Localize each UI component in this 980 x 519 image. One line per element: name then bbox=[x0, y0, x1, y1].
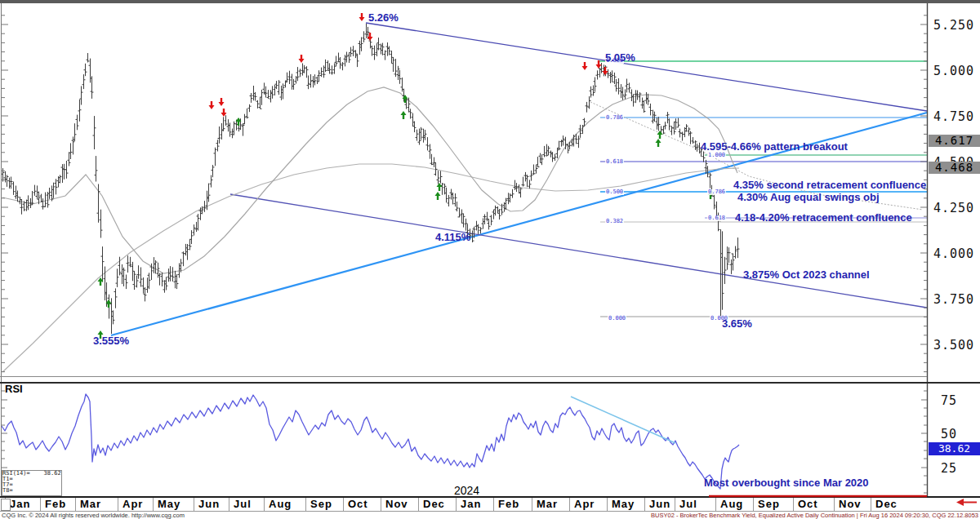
chart-annotation: 4.30% Aug equal swings obj bbox=[737, 191, 880, 203]
time-axis-month-separator bbox=[75, 498, 76, 511]
time-axis-month-label: Jan bbox=[10, 498, 30, 510]
time-axis-month-label: Dec bbox=[423, 498, 445, 510]
chart-annotation: 4.35% second retracement confluence bbox=[733, 179, 926, 191]
price-alert-badge: 4.468 bbox=[929, 162, 980, 174]
time-axis-month-label: Apr bbox=[122, 498, 143, 510]
time-axis-month-label: Feb bbox=[45, 498, 66, 510]
rsi-axis-label: 50 bbox=[941, 427, 957, 441]
time-axis-month-separator bbox=[153, 498, 154, 511]
chart-canvas[interactable] bbox=[0, 0, 980, 519]
time-axis-month-label: Mar bbox=[80, 498, 101, 510]
price-axis-label: 5.000 bbox=[933, 64, 978, 78]
time-axis-month-label: Nov bbox=[385, 498, 408, 510]
status-bar: CQG Inc. © 2024 All rights reserved worl… bbox=[0, 512, 980, 519]
time-axis-month-label: Jan bbox=[461, 498, 481, 510]
cqg-chart-window: 5.26%5.05%4.595-4.66% pattern breakout4.… bbox=[0, 0, 980, 519]
time-axis-month-label: Jun bbox=[649, 498, 670, 510]
time-axis-month-separator bbox=[40, 498, 41, 511]
time-axis-month-separator bbox=[753, 498, 754, 511]
fib-level-label: 0.000 bbox=[608, 316, 626, 322]
time-axis-month-label: Dec bbox=[875, 498, 898, 510]
time-axis-month-label: May bbox=[612, 498, 635, 510]
chart-annotation: 5.26% bbox=[368, 11, 399, 24]
time-axis-month-label: Nov bbox=[839, 498, 862, 510]
time-axis-month-separator bbox=[834, 498, 835, 511]
time-axis-month-separator bbox=[305, 498, 306, 511]
chart-annotation: 4.595-4.66% pattern breakout bbox=[701, 140, 848, 153]
fib-level-label: 0.786 bbox=[707, 189, 726, 195]
chart-annotation: 3.875% Oct 2023 channel bbox=[743, 268, 870, 281]
time-axis-month-separator bbox=[715, 498, 716, 511]
time-axis-month-separator bbox=[532, 498, 532, 511]
fib-level-label: 0.618 bbox=[605, 159, 624, 165]
time-axis-month-separator bbox=[675, 498, 675, 511]
time-axis-month-separator bbox=[381, 498, 381, 511]
time-axis-month-label: Oct bbox=[348, 498, 368, 510]
fib-level-label: 0.618 bbox=[707, 215, 726, 221]
time-axis-month-label: Feb bbox=[498, 498, 519, 510]
time-axis-month-separator bbox=[607, 498, 608, 511]
time-axis-month-separator bbox=[644, 498, 645, 511]
time-axis-month-separator bbox=[493, 498, 494, 511]
chart-annotation: 5.05% bbox=[605, 51, 635, 64]
rsi-last-value-badge: 38.62 bbox=[929, 442, 980, 455]
chart-annotation: Most overbought since Mar 2020 bbox=[704, 477, 869, 489]
time-axis-checkbox[interactable] bbox=[1, 499, 11, 511]
time-axis-month-separator bbox=[118, 498, 118, 511]
time-axis-month-label: Apr bbox=[574, 498, 595, 510]
fib-level-label: 0.786 bbox=[605, 115, 624, 121]
time-axis-month-label: Jul bbox=[679, 498, 697, 510]
rsi-legend-line: T8= bbox=[2, 488, 61, 494]
time-axis-month-separator bbox=[343, 498, 344, 511]
rsi-axis-label: 75 bbox=[941, 393, 957, 408]
rsi-panel-title: RSI bbox=[5, 383, 23, 395]
rsi-legend-box: RSI(14)= 38.62 T1= T7= T8= bbox=[2, 470, 62, 496]
time-axis-month-label: Mar bbox=[537, 498, 558, 510]
status-symbol-info: BUSY02 - BrokerTec Benchmark Yield, Equa… bbox=[651, 512, 978, 519]
price-axis-label: 3.750 bbox=[933, 292, 978, 307]
chart-annotation: 3.555% bbox=[93, 335, 129, 347]
chart-annotation: 4.18-4.20% retracement confluence bbox=[735, 211, 912, 224]
time-axis-month-label: Aug bbox=[720, 498, 743, 510]
chart-annotation: 4.115% bbox=[435, 231, 470, 243]
status-copyright: CQG Inc. © 2024 All rights reserved worl… bbox=[2, 512, 185, 519]
chart-annotation: 3.65% bbox=[722, 317, 752, 330]
price-axis-label: 4.250 bbox=[933, 201, 978, 215]
time-axis-month-label: Jun bbox=[198, 498, 220, 510]
time-axis-month-separator bbox=[229, 498, 229, 511]
price-axis-label: 5.250 bbox=[933, 18, 978, 33]
time-axis-month-label: May bbox=[158, 498, 180, 510]
fib-level-label: 1.000 bbox=[707, 153, 726, 158]
time-axis-month-label: Aug bbox=[269, 498, 292, 510]
price-axis-label: 4.000 bbox=[933, 246, 978, 261]
time-axis-month-separator bbox=[418, 498, 419, 511]
time-axis-month-separator bbox=[871, 498, 871, 511]
time-axis-month-separator bbox=[194, 498, 194, 511]
time-axis-month-separator bbox=[793, 498, 794, 511]
time-axis-month-label: Oct bbox=[798, 498, 818, 510]
time-axis-month-label: Jul bbox=[234, 498, 252, 510]
time-axis-month-separator bbox=[456, 498, 457, 511]
fib-level-label: 0.382 bbox=[605, 219, 624, 224]
time-axis-month-separator bbox=[569, 498, 570, 511]
price-axis-label: 4.750 bbox=[933, 109, 978, 124]
time-axis-month-separator bbox=[264, 498, 265, 511]
time-axis-month-label: Sep bbox=[758, 498, 780, 510]
time-axis-month-label: Sep bbox=[310, 498, 332, 510]
fib-level-label: 0.500 bbox=[605, 189, 624, 195]
price-axis-label: 3.500 bbox=[933, 338, 978, 353]
rsi-axis-label: 25 bbox=[941, 461, 957, 476]
price-alert-badge: 4.617 bbox=[929, 135, 980, 147]
time-axis-year-label: 2024 bbox=[454, 484, 479, 497]
